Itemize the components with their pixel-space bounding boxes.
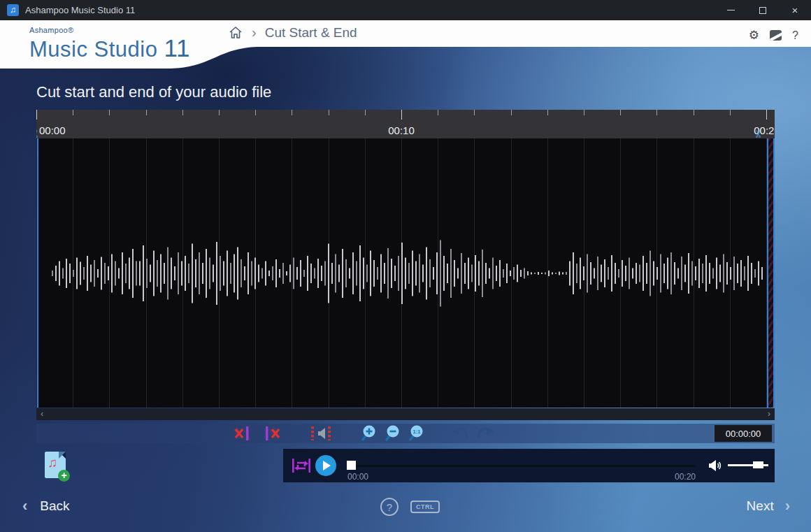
zoom-one-label: 1:1 <box>413 429 421 435</box>
brand-logo: Ashampoo® Music Studio 11 <box>29 27 190 60</box>
volume-slider[interactable] <box>728 464 768 466</box>
remove-silence-button[interactable] <box>308 425 333 442</box>
brand-small-text: Ashampoo® <box>29 27 190 34</box>
start-marker-handle-icon[interactable]: ✂ <box>36 129 42 138</box>
help-label: ? <box>387 501 392 513</box>
waveform-svg <box>36 138 775 408</box>
brand-name: Music Studio <box>29 37 157 62</box>
back-chevron-icon: ‹ <box>22 498 27 514</box>
help-button[interactable]: ? <box>380 498 399 516</box>
breadcrumb-current: Cut Start & End <box>265 25 357 41</box>
volume-handle[interactable] <box>753 461 763 468</box>
ctrl-key-hint[interactable]: CTRL <box>410 501 440 513</box>
redo-button[interactable] <box>476 425 494 442</box>
seek-handle[interactable] <box>347 461 356 470</box>
play-icon <box>323 461 331 470</box>
volume-icon[interactable] <box>708 459 722 475</box>
file-fold-corner <box>59 452 66 459</box>
player-bar: 00:00 00:20 <box>283 449 775 482</box>
scroll-left-icon[interactable]: ‹ <box>41 408 43 419</box>
back-button[interactable]: ‹ Back <box>22 498 70 514</box>
page-title: Cut start and end of your audio file <box>36 83 271 101</box>
timeline-ruler[interactable]: 00:00 00:10 00:20 ✂ ✂ <box>36 110 775 138</box>
waveform-scrollbar[interactable]: ‹ › <box>36 408 775 420</box>
back-label: Back <box>40 498 69 514</box>
play-button[interactable] <box>315 455 336 476</box>
titlebar: ♫ Ashampoo Music Studio 11 × <box>0 0 811 20</box>
brand-version: 11 <box>164 34 190 62</box>
breadcrumb: › Cut Start & End <box>228 25 357 41</box>
home-icon[interactable] <box>228 25 243 41</box>
ruler-label-mid: 00:10 <box>388 124 415 136</box>
breadcrumb-chevron-icon: › <box>252 24 257 41</box>
cut-after-marker-button[interactable] <box>261 425 282 442</box>
next-button[interactable]: Next › <box>747 498 790 514</box>
elapsed-time: 00:00 <box>347 472 368 482</box>
seek-slider[interactable] <box>347 465 696 467</box>
zoom-out-button[interactable] <box>384 425 401 442</box>
waveform-panel[interactable] <box>36 138 775 408</box>
zoom-in-button[interactable] <box>360 425 377 442</box>
add-plus-icon: + <box>58 470 70 482</box>
end-marker-handle-icon[interactable]: ✂ <box>752 129 765 138</box>
loop-button[interactable] <box>292 458 311 476</box>
close-button[interactable]: × <box>779 0 811 20</box>
settings-gear-icon[interactable]: ⚙ <box>749 28 759 43</box>
next-chevron-icon: › <box>785 498 790 514</box>
edit-toolbar: 1:1 00:00:00 <box>36 424 775 443</box>
cut-excluded-region <box>768 138 773 408</box>
music-note-icon: ♫ <box>48 455 57 470</box>
cursor-time-display: 00:00:00 <box>715 425 772 442</box>
minimize-button[interactable] <box>715 0 747 20</box>
app-icon: ♫ <box>7 4 19 16</box>
scroll-right-icon[interactable]: › <box>768 408 770 419</box>
total-time: 00:20 <box>675 472 696 482</box>
feedback-icon[interactable] <box>770 30 782 41</box>
next-label: Next <box>747 498 774 514</box>
undo-button[interactable] <box>451 425 469 442</box>
main-area: Cut start and end of your audio file 00:… <box>0 47 811 532</box>
app-window: ♫ Ashampoo Music Studio 11 × Ashampoo® M… <box>0 0 811 532</box>
start-cut-marker[interactable] <box>37 138 38 408</box>
cut-before-marker-button[interactable] <box>233 425 254 442</box>
add-music-file-button[interactable]: ♫ + <box>45 452 66 478</box>
window-title: Ashampoo Music Studio 11 <box>25 5 715 15</box>
ruler-label-start: 00:00 <box>39 124 66 136</box>
maximize-button[interactable] <box>747 0 779 20</box>
end-edge-marker <box>773 138 775 408</box>
header-help-icon[interactable]: ? <box>792 29 798 42</box>
zoom-one-to-one-button[interactable]: 1:1 <box>408 425 424 442</box>
